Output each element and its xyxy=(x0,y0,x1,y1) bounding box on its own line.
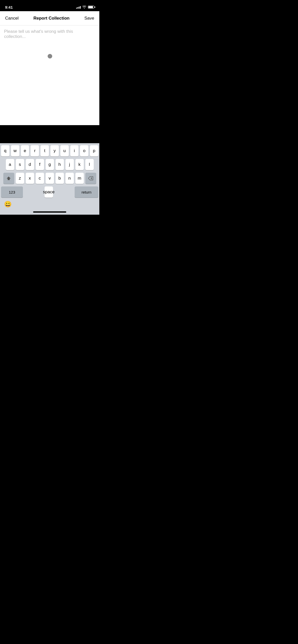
numbers-key[interactable]: 123 xyxy=(1,186,23,198)
key-x[interactable]: x xyxy=(26,173,34,184)
key-p[interactable]: p xyxy=(90,145,98,156)
report-input-container xyxy=(0,25,99,125)
save-button[interactable]: Save xyxy=(84,16,94,21)
key-a[interactable]: a xyxy=(6,159,14,170)
key-q[interactable]: q xyxy=(1,145,9,156)
keyboard-bottom-row: 123 space return xyxy=(1,186,98,198)
text-cursor xyxy=(48,54,52,58)
page-title: Report Collection xyxy=(33,16,70,21)
key-h[interactable]: h xyxy=(56,159,64,170)
key-k[interactable]: k xyxy=(75,159,84,170)
key-t[interactable]: t xyxy=(40,145,49,156)
space-key[interactable]: space xyxy=(45,186,53,198)
key-n[interactable]: n xyxy=(65,173,74,184)
keyboard-row-1: q w e r t y u i o p xyxy=(1,145,98,156)
keyboard-row-3: z x c v b n m xyxy=(1,173,98,184)
key-m[interactable]: m xyxy=(75,173,84,184)
emoji-button[interactable]: 😀 xyxy=(4,201,12,208)
key-l[interactable]: l xyxy=(85,159,94,170)
key-e[interactable]: e xyxy=(21,145,29,156)
home-indicator xyxy=(1,210,98,215)
key-d[interactable]: d xyxy=(26,159,34,170)
key-o[interactable]: o xyxy=(80,145,88,156)
key-f[interactable]: f xyxy=(36,159,44,170)
emoji-row: 😀 xyxy=(1,199,98,210)
status-bar: 9:41 xyxy=(0,0,99,11)
signal-bars-icon xyxy=(76,6,81,9)
cancel-button[interactable]: Cancel xyxy=(5,16,19,21)
key-b[interactable]: b xyxy=(56,173,64,184)
status-time: 9:41 xyxy=(5,5,13,9)
key-y[interactable]: y xyxy=(50,145,59,156)
key-r[interactable]: r xyxy=(31,145,39,156)
key-z[interactable]: z xyxy=(16,173,24,184)
key-j[interactable]: j xyxy=(65,159,74,170)
keyboard-row-2: a s d f g h j k l xyxy=(1,159,98,170)
key-w[interactable]: w xyxy=(11,145,19,156)
key-u[interactable]: u xyxy=(60,145,69,156)
nav-bar: Cancel Report Collection Save xyxy=(0,11,99,25)
return-key[interactable]: return xyxy=(75,186,98,198)
key-c[interactable]: c xyxy=(36,173,44,184)
home-bar xyxy=(33,211,66,213)
backspace-key[interactable] xyxy=(85,173,96,184)
key-g[interactable]: g xyxy=(46,159,54,170)
key-v[interactable]: v xyxy=(46,173,54,184)
status-icons xyxy=(76,5,94,9)
key-s[interactable]: s xyxy=(16,159,24,170)
key-i[interactable]: i xyxy=(70,145,79,156)
wifi-icon xyxy=(82,5,86,9)
shift-key[interactable] xyxy=(3,173,14,184)
report-textarea[interactable] xyxy=(4,29,95,121)
battery-icon xyxy=(88,6,94,9)
keyboard: q w e r t y u i o p a s d f g h j k l z … xyxy=(0,143,99,215)
